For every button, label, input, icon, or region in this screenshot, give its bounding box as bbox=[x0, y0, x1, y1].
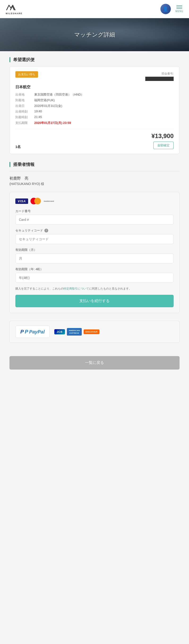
arrival-label: 到着地 bbox=[15, 98, 34, 102]
paypal-logo[interactable]: P P PayPal bbox=[15, 326, 50, 338]
mc-circle-orange bbox=[34, 198, 41, 204]
card-number-input[interactable] bbox=[15, 215, 174, 225]
deadline-label: 支払期限 bbox=[15, 121, 34, 125]
payment-form-card: VISA mastercard カード番号 セキュリティコード ? 有 bbox=[10, 192, 179, 313]
divider bbox=[10, 171, 179, 171]
paypal-name: PayPal bbox=[29, 329, 45, 335]
terms-link[interactable]: 特定商取引について bbox=[64, 287, 89, 290]
status-badge: お支払い待ち bbox=[15, 71, 38, 78]
date-value: 2020年01月31日(金) bbox=[34, 104, 62, 108]
security-code-group: セキュリティコード ? bbox=[15, 228, 174, 244]
amex-logo: AMERICANEXPRESS bbox=[67, 328, 82, 336]
reference-label: 照会番号: bbox=[162, 72, 174, 75]
dep-time-row: 出発時刻 19:40 bbox=[15, 110, 174, 114]
discover-logo: DISCOVER bbox=[84, 330, 99, 334]
confirm-button[interactable]: 金額確定 bbox=[153, 142, 174, 149]
menu-label: MENU bbox=[175, 10, 183, 12]
arr-time-label: 到着時刻 bbox=[15, 115, 34, 120]
passenger-section-header: 搭乗者情報 bbox=[10, 162, 179, 167]
arrival-row: 到着地 福岡空港(FUK) bbox=[15, 98, 174, 102]
dep-time-label: 出発時刻 bbox=[15, 110, 34, 114]
flight-section-title: 希望選択便 bbox=[13, 57, 35, 62]
departure-value: 東京国際空港（羽田空港）（HND） bbox=[34, 92, 84, 97]
dep-time-value: 19:40 bbox=[34, 110, 42, 114]
menu-lines bbox=[176, 6, 182, 9]
menu-button[interactable]: MENU bbox=[175, 6, 183, 12]
flight-card: お支払い待ち 照会番号: 日本航空 出発地 東京国際空港（羽田空港）（HND） … bbox=[10, 66, 179, 154]
main-content: 希望選択便 お支払い待ち 照会番号: 日本航空 出発地 東京国際空港（羽田空港）… bbox=[0, 51, 189, 356]
airline-name: 日本航空 bbox=[15, 85, 174, 90]
logo-text: MILESHARE bbox=[6, 12, 23, 15]
exp-year-input[interactable] bbox=[15, 273, 174, 283]
exp-month-group: 有効期限（月） bbox=[15, 248, 174, 263]
menu-line-3 bbox=[176, 8, 182, 9]
arrival-value: 福岡空港(FUK) bbox=[34, 98, 55, 102]
paypal-section: P P PayPal JCB AMERICANEXPRESS DISCOVER bbox=[10, 321, 179, 343]
pax-count: 1名 bbox=[15, 145, 21, 149]
visa-logo: VISA bbox=[15, 198, 28, 204]
other-card-logos: JCB AMERICANEXPRESS DISCOVER bbox=[54, 328, 99, 336]
back-button-wrap: 一覧に戻る bbox=[0, 356, 189, 379]
menu-line-1 bbox=[176, 6, 182, 6]
mastercard-logo bbox=[31, 198, 41, 204]
departure-label: 出発地 bbox=[15, 92, 34, 97]
flight-card-top: お支払い待ち 照会番号: bbox=[15, 71, 174, 81]
exp-year-label: 有効期限（年: 4桁） bbox=[15, 267, 174, 272]
mastercard-text: mastercard bbox=[44, 200, 54, 202]
price-right: ¥13,900 金額確定 bbox=[151, 132, 174, 149]
security-code-label: セキュリティコード ? bbox=[15, 228, 174, 233]
arr-time-row: 到着時刻 21:45 bbox=[15, 115, 174, 120]
security-code-input[interactable] bbox=[15, 234, 174, 244]
exp-year-group: 有効期限（年: 4桁） bbox=[15, 267, 174, 283]
pay-button[interactable]: 支払いを続行する bbox=[15, 295, 174, 307]
passenger-name-jp: 初鹿野 亮 bbox=[10, 176, 179, 181]
terms-text: 購入を完了することにより、これらの特定商取引についてに同意したものと見なされます… bbox=[15, 286, 174, 291]
passenger-section-bar bbox=[10, 162, 11, 167]
menu-line-2 bbox=[176, 7, 182, 7]
hero-banner: マッチング詳細 bbox=[0, 18, 189, 51]
card-logos: VISA mastercard bbox=[15, 198, 174, 204]
card-number-label: カード番号 bbox=[15, 209, 174, 213]
header: MILESHARE 👤 MENU bbox=[0, 0, 189, 18]
passenger-section-title: 搭乗者情報 bbox=[13, 162, 35, 167]
section-bar bbox=[10, 57, 11, 62]
exp-month-input[interactable] bbox=[15, 254, 174, 263]
paypal-icon-p2: P bbox=[25, 329, 28, 335]
flight-section-header: 希望選択便 bbox=[10, 57, 179, 62]
date-row: 出発日 2020年01月31日(金) bbox=[15, 104, 174, 108]
price-amount: ¥13,900 bbox=[151, 132, 174, 140]
price-row: 1名 ¥13,900 金額確定 bbox=[15, 129, 174, 149]
back-button[interactable]: 一覧に戻る bbox=[10, 356, 179, 370]
logo: MILESHARE bbox=[6, 3, 23, 15]
flight-section: 希望選択便 お支払い待ち 照会番号: 日本航空 出発地 東京国際空港（羽田空港）… bbox=[10, 57, 179, 154]
exp-month-label: 有効期限（月） bbox=[15, 248, 174, 252]
passenger-section: 搭乗者情報 初鹿野 亮 (HATSUKANO RYO) 様 VISA maste… bbox=[10, 162, 179, 313]
jcb-logo: JCB bbox=[54, 329, 65, 334]
arr-time-value: 21:45 bbox=[34, 115, 42, 120]
paypal-icon-p1: P bbox=[20, 329, 24, 335]
page-title: マッチング詳細 bbox=[74, 31, 115, 38]
header-right: 👤 MENU bbox=[160, 4, 183, 14]
date-label: 出発日 bbox=[15, 104, 34, 108]
departure-row: 出発地 東京国際空港（羽田空港）（HND） bbox=[15, 92, 174, 97]
avatar-image: 👤 bbox=[160, 4, 171, 14]
reference-area: 照会番号: bbox=[145, 71, 174, 81]
logo-icon bbox=[6, 3, 18, 12]
passenger-name-en: (HATSUKANO RYO) 様 bbox=[10, 182, 179, 186]
help-icon[interactable]: ? bbox=[44, 229, 48, 232]
deadline-value: 2020年01月27日(月) 23:59 bbox=[34, 121, 71, 125]
deadline-row: 支払期限 2020年01月27日(月) 23:59 bbox=[15, 121, 174, 125]
reference-value bbox=[145, 77, 174, 81]
avatar[interactable]: 👤 bbox=[160, 4, 171, 14]
card-number-group: カード番号 bbox=[15, 209, 174, 225]
